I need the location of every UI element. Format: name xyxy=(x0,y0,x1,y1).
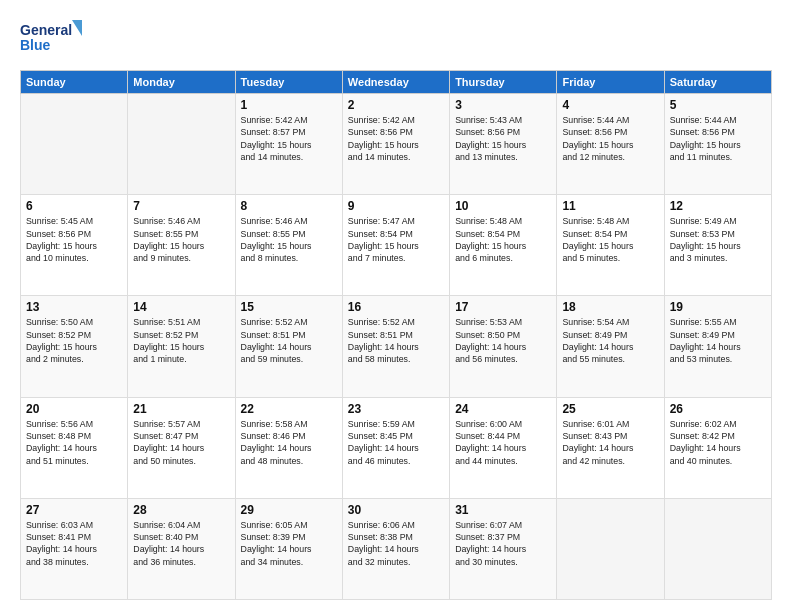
week-row-2: 6Sunrise: 5:45 AMSunset: 8:56 PMDaylight… xyxy=(21,195,772,296)
day-number: 26 xyxy=(670,402,766,416)
day-info: Sunrise: 5:48 AMSunset: 8:54 PMDaylight:… xyxy=(562,215,658,264)
week-row-5: 27Sunrise: 6:03 AMSunset: 8:41 PMDayligh… xyxy=(21,498,772,599)
day-cell: 29Sunrise: 6:05 AMSunset: 8:39 PMDayligh… xyxy=(235,498,342,599)
day-number: 14 xyxy=(133,300,229,314)
weekday-header-row: SundayMondayTuesdayWednesdayThursdayFrid… xyxy=(21,71,772,94)
day-number: 8 xyxy=(241,199,337,213)
weekday-thursday: Thursday xyxy=(450,71,557,94)
day-cell: 1Sunrise: 5:42 AMSunset: 8:57 PMDaylight… xyxy=(235,94,342,195)
day-number: 11 xyxy=(562,199,658,213)
calendar-page: General Blue SundayMondayTuesdayWednesda… xyxy=(0,0,792,612)
day-number: 23 xyxy=(348,402,444,416)
day-number: 5 xyxy=(670,98,766,112)
week-row-3: 13Sunrise: 5:50 AMSunset: 8:52 PMDayligh… xyxy=(21,296,772,397)
day-info: Sunrise: 5:50 AMSunset: 8:52 PMDaylight:… xyxy=(26,316,122,365)
day-number: 6 xyxy=(26,199,122,213)
day-cell: 26Sunrise: 6:02 AMSunset: 8:42 PMDayligh… xyxy=(664,397,771,498)
day-info: Sunrise: 6:03 AMSunset: 8:41 PMDaylight:… xyxy=(26,519,122,568)
day-number: 28 xyxy=(133,503,229,517)
day-info: Sunrise: 6:02 AMSunset: 8:42 PMDaylight:… xyxy=(670,418,766,467)
day-cell xyxy=(128,94,235,195)
day-cell: 13Sunrise: 5:50 AMSunset: 8:52 PMDayligh… xyxy=(21,296,128,397)
day-info: Sunrise: 5:56 AMSunset: 8:48 PMDaylight:… xyxy=(26,418,122,467)
day-cell: 12Sunrise: 5:49 AMSunset: 8:53 PMDayligh… xyxy=(664,195,771,296)
day-cell: 28Sunrise: 6:04 AMSunset: 8:40 PMDayligh… xyxy=(128,498,235,599)
day-number: 22 xyxy=(241,402,337,416)
day-cell xyxy=(557,498,664,599)
day-cell: 11Sunrise: 5:48 AMSunset: 8:54 PMDayligh… xyxy=(557,195,664,296)
day-cell: 24Sunrise: 6:00 AMSunset: 8:44 PMDayligh… xyxy=(450,397,557,498)
day-number: 2 xyxy=(348,98,444,112)
day-info: Sunrise: 5:44 AMSunset: 8:56 PMDaylight:… xyxy=(670,114,766,163)
day-info: Sunrise: 5:58 AMSunset: 8:46 PMDaylight:… xyxy=(241,418,337,467)
svg-marker-2 xyxy=(72,20,82,36)
day-info: Sunrise: 5:42 AMSunset: 8:56 PMDaylight:… xyxy=(348,114,444,163)
day-number: 31 xyxy=(455,503,551,517)
day-info: Sunrise: 5:57 AMSunset: 8:47 PMDaylight:… xyxy=(133,418,229,467)
weekday-monday: Monday xyxy=(128,71,235,94)
logo-svg: General Blue xyxy=(20,18,90,60)
day-info: Sunrise: 6:00 AMSunset: 8:44 PMDaylight:… xyxy=(455,418,551,467)
day-cell: 5Sunrise: 5:44 AMSunset: 8:56 PMDaylight… xyxy=(664,94,771,195)
day-number: 3 xyxy=(455,98,551,112)
day-cell: 18Sunrise: 5:54 AMSunset: 8:49 PMDayligh… xyxy=(557,296,664,397)
day-cell: 10Sunrise: 5:48 AMSunset: 8:54 PMDayligh… xyxy=(450,195,557,296)
day-cell xyxy=(21,94,128,195)
day-number: 25 xyxy=(562,402,658,416)
day-info: Sunrise: 5:46 AMSunset: 8:55 PMDaylight:… xyxy=(241,215,337,264)
day-number: 10 xyxy=(455,199,551,213)
day-cell: 23Sunrise: 5:59 AMSunset: 8:45 PMDayligh… xyxy=(342,397,449,498)
day-info: Sunrise: 5:49 AMSunset: 8:53 PMDaylight:… xyxy=(670,215,766,264)
day-info: Sunrise: 5:52 AMSunset: 8:51 PMDaylight:… xyxy=(241,316,337,365)
day-cell: 21Sunrise: 5:57 AMSunset: 8:47 PMDayligh… xyxy=(128,397,235,498)
day-number: 19 xyxy=(670,300,766,314)
day-info: Sunrise: 5:47 AMSunset: 8:54 PMDaylight:… xyxy=(348,215,444,264)
day-cell: 9Sunrise: 5:47 AMSunset: 8:54 PMDaylight… xyxy=(342,195,449,296)
day-number: 9 xyxy=(348,199,444,213)
day-number: 20 xyxy=(26,402,122,416)
day-cell: 7Sunrise: 5:46 AMSunset: 8:55 PMDaylight… xyxy=(128,195,235,296)
day-number: 21 xyxy=(133,402,229,416)
day-info: Sunrise: 6:01 AMSunset: 8:43 PMDaylight:… xyxy=(562,418,658,467)
day-info: Sunrise: 5:44 AMSunset: 8:56 PMDaylight:… xyxy=(562,114,658,163)
day-info: Sunrise: 5:48 AMSunset: 8:54 PMDaylight:… xyxy=(455,215,551,264)
logo: General Blue xyxy=(20,18,90,60)
day-info: Sunrise: 5:45 AMSunset: 8:56 PMDaylight:… xyxy=(26,215,122,264)
day-info: Sunrise: 5:42 AMSunset: 8:57 PMDaylight:… xyxy=(241,114,337,163)
day-number: 16 xyxy=(348,300,444,314)
day-info: Sunrise: 5:54 AMSunset: 8:49 PMDaylight:… xyxy=(562,316,658,365)
day-info: Sunrise: 5:43 AMSunset: 8:56 PMDaylight:… xyxy=(455,114,551,163)
day-cell: 16Sunrise: 5:52 AMSunset: 8:51 PMDayligh… xyxy=(342,296,449,397)
day-number: 4 xyxy=(562,98,658,112)
day-cell: 20Sunrise: 5:56 AMSunset: 8:48 PMDayligh… xyxy=(21,397,128,498)
day-cell: 31Sunrise: 6:07 AMSunset: 8:37 PMDayligh… xyxy=(450,498,557,599)
weekday-friday: Friday xyxy=(557,71,664,94)
day-cell: 25Sunrise: 6:01 AMSunset: 8:43 PMDayligh… xyxy=(557,397,664,498)
day-info: Sunrise: 6:07 AMSunset: 8:37 PMDaylight:… xyxy=(455,519,551,568)
day-cell: 27Sunrise: 6:03 AMSunset: 8:41 PMDayligh… xyxy=(21,498,128,599)
day-cell: 15Sunrise: 5:52 AMSunset: 8:51 PMDayligh… xyxy=(235,296,342,397)
weekday-tuesday: Tuesday xyxy=(235,71,342,94)
week-row-4: 20Sunrise: 5:56 AMSunset: 8:48 PMDayligh… xyxy=(21,397,772,498)
day-cell: 22Sunrise: 5:58 AMSunset: 8:46 PMDayligh… xyxy=(235,397,342,498)
day-number: 18 xyxy=(562,300,658,314)
day-info: Sunrise: 6:06 AMSunset: 8:38 PMDaylight:… xyxy=(348,519,444,568)
day-info: Sunrise: 5:52 AMSunset: 8:51 PMDaylight:… xyxy=(348,316,444,365)
weekday-sunday: Sunday xyxy=(21,71,128,94)
day-number: 27 xyxy=(26,503,122,517)
day-cell: 3Sunrise: 5:43 AMSunset: 8:56 PMDaylight… xyxy=(450,94,557,195)
day-cell: 8Sunrise: 5:46 AMSunset: 8:55 PMDaylight… xyxy=(235,195,342,296)
day-number: 12 xyxy=(670,199,766,213)
day-info: Sunrise: 6:04 AMSunset: 8:40 PMDaylight:… xyxy=(133,519,229,568)
day-number: 17 xyxy=(455,300,551,314)
day-cell: 4Sunrise: 5:44 AMSunset: 8:56 PMDaylight… xyxy=(557,94,664,195)
day-cell: 2Sunrise: 5:42 AMSunset: 8:56 PMDaylight… xyxy=(342,94,449,195)
weekday-wednesday: Wednesday xyxy=(342,71,449,94)
day-cell: 30Sunrise: 6:06 AMSunset: 8:38 PMDayligh… xyxy=(342,498,449,599)
day-number: 13 xyxy=(26,300,122,314)
weekday-saturday: Saturday xyxy=(664,71,771,94)
day-number: 15 xyxy=(241,300,337,314)
day-cell: 17Sunrise: 5:53 AMSunset: 8:50 PMDayligh… xyxy=(450,296,557,397)
day-info: Sunrise: 5:55 AMSunset: 8:49 PMDaylight:… xyxy=(670,316,766,365)
day-number: 29 xyxy=(241,503,337,517)
